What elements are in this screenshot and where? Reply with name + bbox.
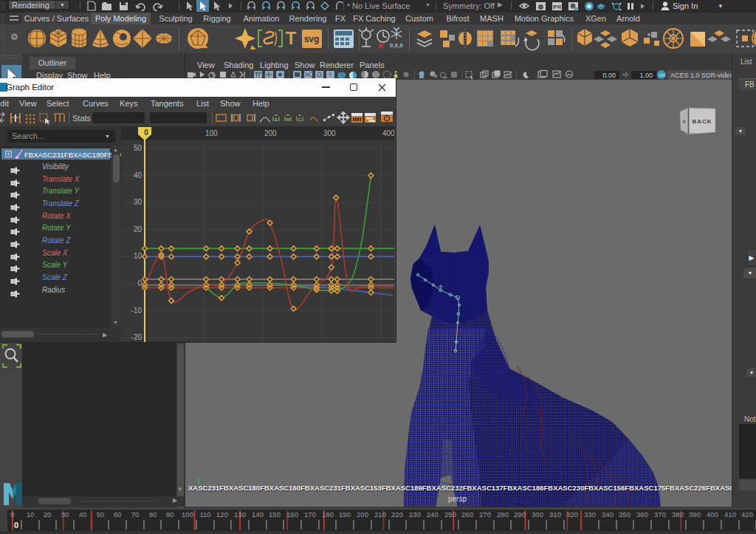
svg-text:20: 20 — [134, 225, 142, 233]
svg-text:390: 390 — [689, 510, 701, 518]
svg-text:300: 300 — [532, 510, 543, 518]
svg-text:410: 410 — [724, 510, 736, 518]
svg-text:250: 250 — [444, 510, 456, 518]
svg-text:-20: -20 — [131, 333, 142, 341]
svg-text:-10: -10 — [131, 307, 142, 315]
svg-text:200: 200 — [357, 510, 368, 518]
svg-text:0: 0 — [14, 521, 18, 530]
svg-text:100: 100 — [182, 510, 193, 518]
svg-text:120: 120 — [216, 510, 228, 518]
svg-text:20: 20 — [44, 510, 52, 518]
svg-text:40: 40 — [79, 510, 87, 518]
svg-text:230: 230 — [409, 510, 421, 518]
svg-text:T: T — [329, 72, 332, 78]
svg-text:0: 0 — [144, 129, 148, 137]
svg-text:10: 10 — [134, 252, 142, 260]
svg-text:400: 400 — [707, 510, 718, 518]
svg-text:300: 300 — [323, 129, 336, 137]
svg-text:Stats: Stats — [72, 114, 92, 123]
svg-text:420: 420 — [741, 510, 753, 518]
svg-text:130: 130 — [234, 510, 246, 518]
svg-text:270: 270 — [479, 510, 491, 518]
svg-text:220: 220 — [391, 510, 403, 518]
svg-text:70: 70 — [131, 510, 140, 518]
svg-text:IPR: IPR — [553, 4, 562, 10]
svg-text:350: 350 — [619, 510, 630, 518]
svg-text:E: E — [275, 117, 278, 122]
svg-text:0.00: 0.00 — [602, 72, 616, 79]
svg-text:M: M — [286, 117, 290, 122]
svg-text:340: 340 — [602, 510, 614, 518]
svg-text:60: 60 — [114, 510, 122, 518]
svg-text:50: 50 — [97, 510, 105, 518]
svg-text:10: 10 — [27, 510, 35, 518]
svg-text:290: 290 — [514, 510, 526, 518]
svg-text:90: 90 — [166, 510, 174, 518]
svg-text:310: 310 — [549, 510, 561, 518]
svg-text:0: 0 — [10, 510, 14, 518]
svg-text:330: 330 — [584, 510, 596, 518]
svg-text:C: C — [298, 117, 302, 122]
svg-text:140: 140 — [252, 510, 264, 518]
svg-text:30: 30 — [61, 510, 69, 518]
svg-text:BACK: BACK — [692, 118, 712, 125]
svg-text:190: 190 — [339, 510, 351, 518]
svg-text:svg: svg — [304, 34, 320, 44]
svg-text:150: 150 — [269, 510, 281, 518]
svg-text:110: 110 — [199, 510, 210, 518]
svg-text:400: 400 — [382, 129, 394, 137]
svg-text:40: 40 — [134, 171, 142, 179]
svg-text:100: 100 — [205, 129, 218, 137]
svg-text:0,0,0: 0,0,0 — [390, 42, 403, 49]
svg-text:80: 80 — [149, 510, 157, 518]
svg-text:1.00: 1.00 — [639, 72, 653, 79]
svg-text:ACES 1.0 SDR-video: ACES 1.0 SDR-video — [670, 72, 732, 79]
svg-text:ON: ON — [659, 73, 664, 78]
svg-text:370: 370 — [654, 510, 666, 518]
svg-text:380: 380 — [672, 510, 684, 518]
svg-text:160: 160 — [286, 510, 298, 518]
svg-text:30: 30 — [134, 198, 142, 206]
svg-text:0: 0 — [137, 279, 142, 287]
svg-text:180: 180 — [322, 510, 334, 518]
svg-text:360: 360 — [636, 510, 648, 518]
svg-text:320: 320 — [566, 510, 578, 518]
svg-text:240: 240 — [427, 510, 439, 518]
svg-text:280: 280 — [497, 510, 509, 518]
svg-text:T: T — [286, 28, 297, 48]
svg-text:260: 260 — [461, 510, 473, 518]
svg-text:50: 50 — [134, 144, 142, 152]
svg-text:200: 200 — [264, 129, 277, 137]
svg-text:210: 210 — [374, 510, 386, 518]
svg-text:170: 170 — [304, 510, 316, 518]
